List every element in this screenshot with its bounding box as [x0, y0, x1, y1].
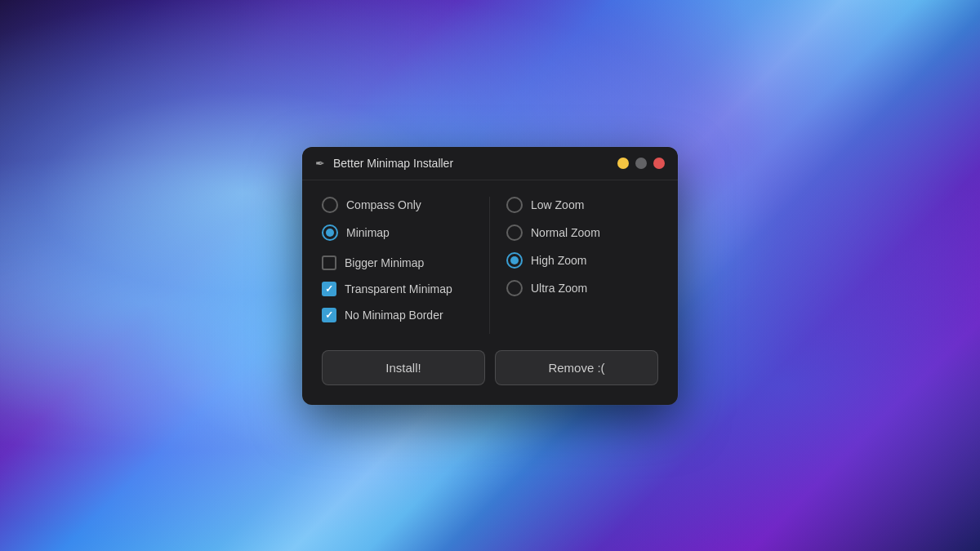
- radio-normal-zoom-indicator: [506, 224, 523, 241]
- options-grid: Compass Only Minimap Bigger Minimap: [322, 197, 658, 334]
- window-controls: [617, 158, 665, 169]
- checkbox-bigger-minimap-label: Bigger Minimap: [345, 256, 424, 269]
- dialog-title: Better Minimap Installer: [333, 157, 609, 170]
- radio-high-zoom-indicator: [506, 252, 523, 269]
- checkbox-transparent-minimap[interactable]: ✓ Transparent Minimap: [322, 282, 476, 296]
- checkbox-no-border-box: ✓: [322, 308, 336, 322]
- left-column: Compass Only Minimap Bigger Minimap: [322, 197, 490, 334]
- dialog-window: ✒ Better Minimap Installer Compass Only: [302, 147, 678, 405]
- dialog-body: Compass Only Minimap Bigger Minimap: [302, 180, 678, 405]
- radio-ultra-zoom[interactable]: Ultra Zoom: [506, 280, 658, 296]
- checkbox-bigger-minimap[interactable]: Bigger Minimap: [322, 256, 476, 270]
- minimize-button[interactable]: [617, 158, 629, 169]
- radio-compass-only[interactable]: Compass Only: [322, 197, 476, 213]
- install-button[interactable]: Install!: [322, 350, 485, 385]
- close-button[interactable]: [653, 158, 665, 169]
- radio-high-zoom-dot: [510, 256, 519, 264]
- app-icon: ✒: [315, 157, 325, 170]
- radio-compass-only-indicator: [322, 197, 338, 213]
- radio-minimap-dot: [326, 229, 334, 237]
- right-column: Low Zoom Normal Zoom High Zoom: [490, 197, 658, 334]
- radio-normal-zoom-label: Normal Zoom: [531, 226, 600, 239]
- action-buttons: Install! Remove :(: [322, 350, 658, 385]
- remove-button[interactable]: Remove :(: [495, 350, 658, 385]
- radio-minimap[interactable]: Minimap: [322, 224, 476, 241]
- checkbox-transparent-minimap-box: ✓: [322, 282, 336, 296]
- checkbox-bigger-minimap-box: [322, 256, 336, 270]
- radio-ultra-zoom-label: Ultra Zoom: [531, 282, 587, 295]
- title-bar: ✒ Better Minimap Installer: [302, 147, 678, 180]
- radio-normal-zoom[interactable]: Normal Zoom: [506, 224, 658, 241]
- checkmark-transparent: ✓: [325, 284, 333, 294]
- checkmark-no-border: ✓: [325, 310, 333, 320]
- checkbox-no-border-label: No Minimap Border: [345, 309, 443, 322]
- checkbox-no-border[interactable]: ✓ No Minimap Border: [322, 308, 476, 322]
- radio-high-zoom[interactable]: High Zoom: [506, 252, 658, 269]
- radio-high-zoom-label: High Zoom: [531, 254, 586, 267]
- radio-minimap-label: Minimap: [346, 226, 390, 239]
- radio-low-zoom[interactable]: Low Zoom: [506, 197, 658, 213]
- radio-low-zoom-label: Low Zoom: [531, 198, 584, 211]
- radio-minimap-indicator: [322, 224, 338, 241]
- radio-low-zoom-indicator: [506, 197, 523, 213]
- maximize-button[interactable]: [635, 158, 647, 169]
- dialog-overlay: ✒ Better Minimap Installer Compass Only: [0, 0, 980, 551]
- radio-compass-only-label: Compass Only: [346, 198, 421, 211]
- radio-ultra-zoom-indicator: [506, 280, 523, 296]
- checkbox-transparent-minimap-label: Transparent Minimap: [345, 282, 452, 295]
